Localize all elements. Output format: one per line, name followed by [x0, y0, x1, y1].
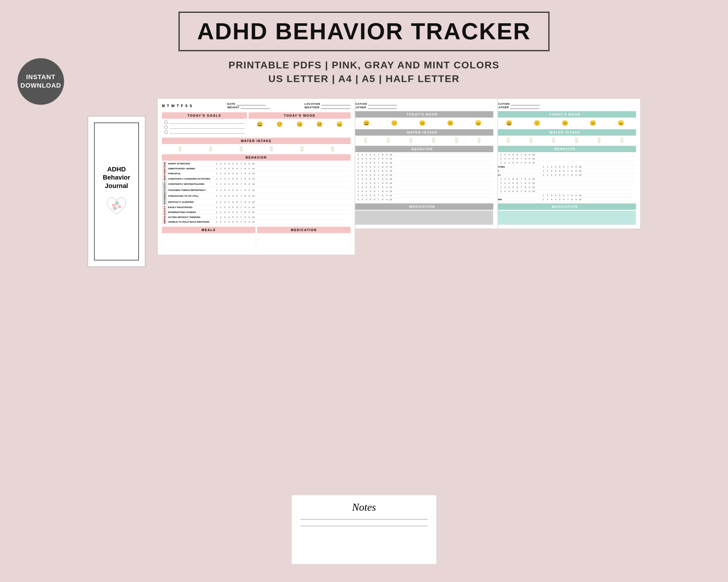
numbers-9: 12345678910 [214, 205, 350, 210]
water-glasses: 🥛 🥛 🥛 🥛 🥛 🥛 [162, 145, 350, 153]
goals-header: TODAY'S GOALS [162, 112, 247, 119]
behavior-forceful: FORCEFUL [167, 171, 214, 176]
mint-row-2: 12345678910 [494, 157, 636, 161]
inattention-row-3: FORCEFUL 12345678910 [162, 171, 350, 176]
instant-download-badge: INSTANT DOWNLOAD [18, 58, 64, 105]
mint-ing: ING [494, 169, 541, 173]
medication-content [257, 234, 350, 251]
date-field: DATE [228, 103, 270, 105]
date-weight-group: DATE WEIGHT [228, 103, 270, 109]
medication-content-mint [494, 211, 636, 225]
location-underline-gray [368, 103, 397, 105]
water-header-mint: WATER INTAKE [494, 129, 636, 136]
location-field-gray: LOCATION [351, 103, 397, 105]
journal-cover-inner: ADHDBehaviorJournal [94, 122, 139, 260]
medication-mint-section: MEDICATION [494, 203, 636, 225]
impulsivity-row-1: IMPULSIVITY EASILY FRUSTRATED 1234567891… [162, 205, 350, 210]
behavior-header-gray: BEHAVIOR [351, 146, 493, 152]
numbers-11: 12345678910 [214, 215, 350, 220]
meals-header: MEALS [162, 227, 255, 233]
journal-cover-card: ADHDBehaviorJournal [87, 116, 146, 267]
gray-inattention-2: 12345678910 [351, 157, 493, 161]
face-neutral-mint: 😐 [562, 120, 568, 126]
gray-inattention-4: 12345678910 [351, 165, 493, 169]
medication-header-mint: MEDICATION [494, 203, 636, 210]
mint-row-9: 12345678910 [494, 185, 636, 189]
behavior-acting-without-thinking: ACTING WITHOUT THINKING [167, 215, 214, 220]
notes-line-1 [301, 519, 427, 520]
behavior-changing-activities: CONSTANTLY CHANGING ACTIVITIES [167, 176, 214, 181]
behavior-header-mint: BEHAVIOR [494, 146, 636, 152]
glass-5: 🥛 [299, 146, 305, 151]
glass-m3: 🥛 [551, 138, 556, 143]
goal-item-3 [164, 130, 244, 134]
location-field: LOCATION [305, 103, 350, 105]
mint-activities: ITIVITIES [494, 165, 541, 169]
impulsivity-row-4: UNABLE TO HOLD BACK EMOTIONS 12345678910 [162, 219, 350, 224]
numbers-10: 12345678910 [214, 210, 350, 215]
face-happy-mint: 😄 [506, 120, 512, 126]
notes-lines [301, 519, 427, 532]
glass-g2: 🥛 [385, 138, 391, 143]
medication-header: MEDICATION [257, 227, 350, 233]
mint-row-4: ITIVITIES 12345678910 [494, 165, 636, 169]
day-row-mint: LOCATION WEATHER [494, 103, 636, 109]
water-box: WATER INTAKE 🥛 🥛 🥛 🥛 🥛 🥛 [162, 138, 350, 153]
numbers-2: 12345678910 [214, 166, 350, 171]
gray-hyper-3: 12345678910 [351, 177, 493, 181]
behavior-frustrated: EASILY FRUSTRATED [167, 205, 214, 210]
weather-underline-gray [367, 106, 397, 109]
numbers-12: 12345678910 [214, 219, 350, 224]
mood-faces-mint: 😄 🙂 😐 ☹️ 😠 [494, 118, 636, 128]
glass-m2: 🥛 [528, 138, 534, 143]
inattention-label: INATTENTION [162, 161, 167, 181]
gray-hyper-1: 12345678910 [351, 169, 493, 173]
days-label: M T W T F S S [162, 104, 192, 108]
behavior-short-attention: SHORT ATTENTION [167, 161, 214, 166]
weather-field-mint: WEATHER [494, 106, 540, 109]
goals-box: TODAY'S GOALS [162, 111, 247, 137]
weather-field: WEATHER [305, 106, 350, 109]
mint-edly: EDLY [494, 173, 541, 177]
face-sad: ☹️ [316, 121, 323, 128]
mood-header-mint: TODAY'S MOOD [494, 111, 636, 117]
gray-imp-3: 12345678910 [351, 194, 493, 198]
behavior-sleeping: DIFFICULTY SLEEPING [167, 199, 214, 205]
day-row: M T W T F S S DATE WEIGHT LOCATION [162, 103, 350, 109]
behavior-interrupting: INTERRUPTING OTHERS [167, 210, 214, 215]
subtitle-line-1: PRINTABLE PDFS | PINK, GRAY AND MINT COL… [0, 59, 728, 71]
glass-3: 🥛 [238, 146, 244, 151]
puzzle-heart-icon [105, 194, 128, 218]
water-glasses-gray: 🥛 🥛 🥛 🥛 🥛 🥛 [351, 136, 493, 145]
location-field-mint: LOCATION [494, 103, 540, 105]
tracker-sheet-gray: LOCATION WEATHER TODAY'S MOOD 😄 🙂 😐 ☹️ 😠 [346, 99, 498, 229]
mint-row-1: 12345678910 [494, 153, 636, 157]
weight-underline [241, 106, 270, 109]
notes-title: Notes [352, 501, 376, 513]
svg-point-1 [117, 203, 119, 204]
mint-row-11: G 12345678910 [494, 194, 636, 198]
subtitle-line-2: US LETTER | A4 | A5 | HALF LETTER [0, 73, 728, 84]
meals-content [162, 234, 255, 251]
gray-inattention-1: 12345678910 [351, 153, 493, 157]
inattention-row-2: UNMOTIVATED / BORED 12345678910 [162, 166, 350, 171]
hyperactivity-row-2: TOUCHING THINGS REPEATEDLY 12345678910 [162, 187, 350, 193]
meals-meds-row: MEALS MEDICATION [162, 225, 350, 251]
hyperactivity-row-4: DIFFICULTY SLEEPING 12345678910 [162, 199, 350, 205]
glass-m4: 🥛 [573, 138, 579, 143]
cards-container: ADHDBehaviorJournal M T W T F S S [0, 99, 728, 267]
behavior-table-gray: 12345678910 12345678910 12345678910 1234… [351, 153, 493, 202]
goals-mood-row: TODAY'S GOALS TODAY'S MOOD 😄 🙂 😐 ☹️ � [162, 111, 350, 137]
notes-card: Notes [291, 495, 437, 564]
face-sad-gray: ☹️ [447, 120, 453, 126]
mood-faces-gray: 😄 🙂 😐 ☹️ 😠 [351, 118, 493, 128]
weather-field-gray: WEATHER [351, 106, 397, 109]
face-angry: 😠 [336, 121, 343, 128]
medication-content-gray [351, 211, 493, 225]
glass-g5: 🥛 [453, 138, 459, 143]
face-sad-mint: ☹️ [590, 120, 596, 126]
location-underline [321, 103, 350, 105]
meals-box: MEALS [162, 225, 255, 251]
mint-row-5: ING 12345678910 [494, 169, 636, 173]
title-box: ADHD BEHAVIOR TRACKER [179, 11, 549, 51]
